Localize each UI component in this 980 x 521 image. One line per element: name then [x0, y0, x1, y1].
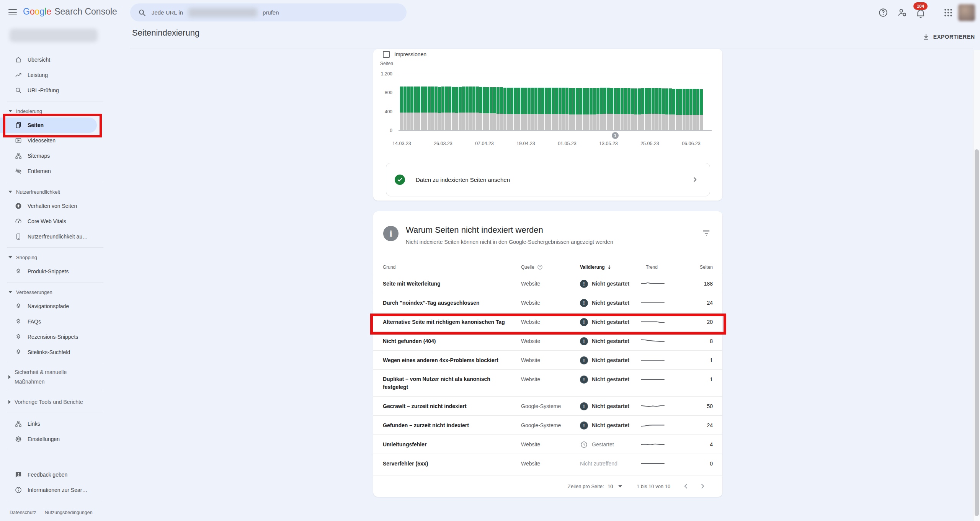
sidebar-item-label: Einstellungen	[28, 436, 60, 442]
sidebar-item-sitelinks-suchfeld[interactable]: Sitelinks-Suchfeld	[0, 345, 107, 360]
trend-sparkline	[640, 402, 665, 410]
sidebar-item-videoseiten[interactable]: Videoseiten	[0, 133, 107, 148]
menu-icon[interactable]	[8, 9, 17, 15]
column-header-source[interactable]: Quelle	[521, 264, 543, 270]
cell-source: Website	[521, 293, 540, 312]
cell-source: Website	[521, 351, 540, 370]
sidebar-item-core-web-vitals[interactable]: Core Web Vitals	[0, 214, 107, 229]
sidebar-item-nutzerfreundlichkeit-au[interactable]: Nutzerfreundlichkeit au…	[0, 229, 107, 244]
help-circle-icon[interactable]	[537, 264, 543, 270]
sidebar-item-links[interactable]: Links	[0, 416, 107, 431]
sidebar-item-rezensions-snippets[interactable]: Rezensions-Snippets	[0, 329, 107, 345]
footer-link-datenschutz[interactable]: Datenschutz	[10, 510, 36, 515]
manage-users-icon[interactable]	[897, 8, 907, 18]
sidebar-item-sitemaps[interactable]: Sitemaps	[0, 148, 107, 163]
avatar[interactable]	[958, 4, 975, 21]
trend-sparkline	[640, 376, 665, 383]
sidebar-item-übersicht[interactable]: Übersicht	[0, 52, 107, 67]
sidebar-item-url-prüfung[interactable]: URL-Prüfung	[0, 83, 107, 98]
validation-label: Nicht gestartet	[592, 422, 629, 428]
sidebar-section-nutzerfreundlichkeit[interactable]: Nutzerfreundlichkeit	[0, 185, 107, 198]
bar-not-indexed	[596, 114, 599, 131]
impressions-checkbox[interactable]	[383, 51, 390, 58]
cell-reason: Alternative Seite mit richtigem kanonisc…	[383, 312, 509, 332]
table-row-serverfehler-5xx[interactable]: Serverfehler (5xx)WebsiteNicht zutreffen…	[373, 454, 722, 473]
rows-per-page-select[interactable]: 10	[608, 483, 622, 489]
rich-result-icon	[15, 333, 22, 341]
previous-page-icon[interactable]	[682, 482, 690, 490]
table-row-gefunden-zurzeit-nicht-indexiert[interactable]: Gefunden – zurzeit nicht indexiertGoogle…	[373, 415, 722, 434]
scrollbar-track[interactable]	[973, 50, 980, 521]
table-row-gecrawlt-zurzeit-nicht-indexiert[interactable]: Gecrawlt – zurzeit nicht indexiertGoogle…	[373, 396, 722, 415]
sidebar-spacer	[0, 453, 107, 467]
bar-indexed	[486, 87, 489, 114]
table-row-alternative-seite-mit-richtigem-kanonischen-tag[interactable]: Alternative Seite mit richtigem kanonisc…	[373, 312, 722, 331]
sidebar-item-navigationspfade[interactable]: Navigationspfade	[0, 299, 107, 314]
sidebar-item-informationen-zur-sear[interactable]: Informationen zur Sear…	[0, 482, 107, 498]
sidebar-item-faqs[interactable]: FAQs	[0, 314, 107, 329]
table-row-nicht-gefunden-404[interactable]: Nicht gefunden (404)Website!Nicht gestar…	[373, 331, 722, 350]
scrollbar-thumb[interactable]	[975, 149, 979, 516]
bar-not-indexed	[572, 114, 575, 131]
cell-reason: Durch "noindex"-Tag ausgeschlossen	[383, 293, 509, 312]
app-logo: Google Search Console	[23, 7, 117, 17]
url-inspection-search-input[interactable]: Jede URL in prüfen	[130, 3, 407, 21]
column-header-trend[interactable]: Trend	[646, 265, 658, 270]
links-icon	[15, 420, 22, 428]
property-selector[interactable]	[10, 29, 98, 42]
bar-not-indexed	[565, 114, 568, 131]
notifications-bell-icon[interactable]	[916, 9, 926, 19]
trend-sparkline	[640, 441, 665, 448]
bar-not-indexed	[441, 113, 444, 131]
sidebar-item-label: Core Web Vitals	[28, 218, 66, 224]
sidebar-item-label: Sitelinks-Suchfeld	[28, 349, 70, 355]
chart-bar	[455, 74, 458, 131]
table-row-umleitungsfehler[interactable]: UmleitungsfehlerWebsiteGestartet4	[373, 434, 722, 454]
chart-bar	[641, 74, 644, 131]
impressions-checkbox-row[interactable]: Impressionen	[383, 51, 426, 58]
table-row-durch-noindex-tag-ausgeschlossen[interactable]: Durch "noindex"-Tag ausgeschlossenWebsit…	[373, 293, 722, 312]
bar-not-indexed	[614, 114, 617, 131]
sidebar-item-produkt-snippets[interactable]: Produkt-Snippets	[0, 264, 107, 279]
table-row-wegen-eines-anderen-4xx-problems-blockiert[interactable]: Wegen eines anderen 4xx-Problems blockie…	[373, 350, 722, 369]
rows-per-page-label: Zeilen pro Seite:	[568, 483, 604, 489]
sidebar-item-seiten[interactable]: Seiten	[0, 118, 97, 133]
sidebar-item-einstellungen[interactable]: Einstellungen	[0, 431, 107, 447]
chevron-down-icon	[8, 291, 12, 293]
footer-link-nutzungsbedingungen[interactable]: Nutzungsbedingungen	[44, 510, 92, 515]
table-row-duplikat-vom-nutzer-nicht-als-kanonisch-festgelegt[interactable]: Duplikat – vom Nutzer nicht als kanonisc…	[373, 369, 722, 396]
chart-bar	[521, 74, 524, 131]
sidebar-section-indexierung[interactable]: Indexierung	[0, 105, 107, 118]
bar-not-indexed	[421, 113, 424, 131]
chart-annotation-marker[interactable]: 1	[612, 132, 619, 139]
view-indexed-pages-banner[interactable]: Daten zu indexierten Seiten ansehen	[386, 163, 710, 196]
column-header-pages[interactable]: Seiten	[679, 265, 713, 270]
filter-icon[interactable]	[701, 227, 712, 238]
help-icon[interactable]	[878, 8, 888, 18]
export-button[interactable]: EXPORTIEREN	[922, 33, 975, 41]
apps-grid-icon[interactable]	[943, 8, 953, 18]
bar-indexed	[610, 88, 613, 114]
sidebar-section-vorherige-tools-und-berichte[interactable]: Vorherige Tools und Berichte	[0, 394, 107, 410]
sidebar-section-shopping[interactable]: Shopping	[0, 251, 107, 264]
column-header-validation[interactable]: Validierung	[580, 264, 612, 270]
chart-bar	[559, 74, 562, 131]
sidebar-item-verhalten-von-seiten[interactable]: Verhalten von Seiten	[0, 198, 107, 214]
chart-bar	[424, 74, 427, 131]
sidebar-item-feedback-geben[interactable]: Feedback geben	[0, 467, 107, 482]
chart-bar	[407, 74, 410, 131]
table-row-seite-mit-weiterleitung[interactable]: Seite mit WeiterleitungWebsite!Nicht ges…	[373, 274, 722, 293]
chart-bar	[410, 74, 413, 131]
sidebar-section-verbesserungen[interactable]: Verbesserungen	[0, 286, 107, 299]
sidebar-item-entfernen[interactable]: Entfernen	[0, 163, 107, 179]
bar-indexed	[431, 87, 434, 113]
sidebar-item-leistung[interactable]: Leistung	[0, 67, 107, 83]
sidebar-section-sicherheit-manuelle-maßnahmen[interactable]: Sicherheit & manuelle Maßnahmen	[0, 366, 107, 388]
bar-indexed	[586, 88, 589, 114]
chart-bar	[607, 74, 610, 131]
next-page-icon[interactable]	[698, 482, 707, 490]
column-header-reason[interactable]: Grund	[383, 265, 395, 270]
cell-trend	[640, 293, 665, 312]
chart-plot[interactable]	[400, 74, 710, 131]
chart-bar	[503, 74, 506, 131]
